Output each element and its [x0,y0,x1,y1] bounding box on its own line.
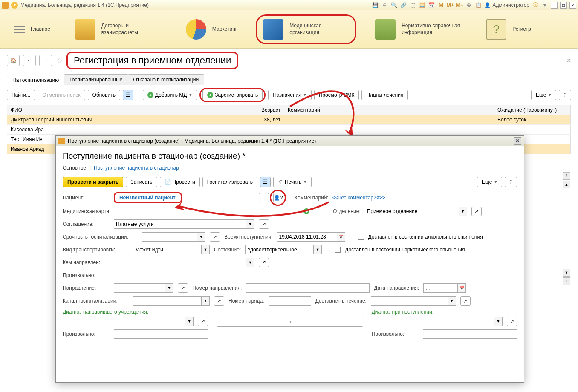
zoom-icon[interactable]: ⊕ [465,2,472,9]
referred-input[interactable] [114,258,246,267]
arrival-time-field[interactable]: 📅 [277,232,345,242]
copy-right-button[interactable]: ›› [217,317,363,327]
diag-ref-select[interactable]: ▼ [63,317,194,326]
agreement-open-button[interactable]: ↗ [259,219,269,229]
urgency-open-button[interactable]: ↗ [210,232,220,242]
scroll-bottom-icon[interactable]: ⤓ [563,277,570,285]
nav-reference[interactable]: Нормативно-справочная информация [369,16,467,43]
direction-select[interactable]: ▼ [114,283,173,293]
scroll-up-icon[interactable]: ▲ [563,181,570,188]
dlg-nav-link[interactable]: Поступление пациента в стационар [94,165,179,171]
vertical-scrollbar[interactable]: ⤒ ▲ ▼ ⤓ [563,172,570,285]
th-comment[interactable]: Комментарий [284,105,494,115]
search-icon[interactable]: 🔍 [390,2,397,9]
diag-adm-select[interactable]: ▼ [372,317,503,326]
state-input[interactable] [245,245,313,254]
register-button[interactable]: +Зарегистрировать [202,90,263,100]
calc-icon[interactable]: 🧮 [419,2,425,9]
agreement-select[interactable]: ▼ [114,219,254,229]
diag-adm-input[interactable] [372,317,494,326]
patient-lookup-button[interactable]: ... [259,193,269,202]
order-no-input[interactable] [269,296,311,306]
dialog-close-button[interactable]: ✕ [514,137,521,145]
dropdown-icon[interactable]: ▾ [541,2,548,9]
arrival-time-input[interactable] [277,232,337,242]
free1-input[interactable] [114,271,267,280]
delivered-open-button[interactable]: ↗ [460,296,471,306]
dlg-nav-main[interactable]: Основное [63,165,86,171]
forward-button[interactable]: → [39,55,52,66]
tab-hospitalized[interactable]: Госпитализированные [64,74,128,85]
table-row[interactable]: Дмитриев Георгий Иннокентьевич 38, лет Б… [7,115,571,125]
chevron-down-icon[interactable]: ▼ [448,296,456,306]
channel-input[interactable] [133,296,201,306]
print-icon[interactable]: 🖨 [381,2,388,9]
patient-link[interactable]: Неизвестный пациент. [119,195,176,201]
close-button[interactable]: ✕ [569,2,576,9]
link-icon[interactable]: 🔗 [400,2,407,9]
help-button[interactable]: ? [559,90,571,100]
department-select[interactable]: ▼ [365,207,467,216]
add-card-button[interactable]: + [301,207,312,216]
page-close-button[interactable]: × [566,56,571,65]
info-icon[interactable]: ⓘ [532,2,539,9]
treatment-plans-button[interactable]: Планы лечения [361,90,408,100]
tab-to-hospitalize[interactable]: На госпитализацию [7,75,64,85]
save-icon[interactable]: 💾 [372,2,379,9]
dlg-more-button[interactable]: Еще ▼ [477,177,502,187]
table-row[interactable]: Киселева Ира [7,125,571,135]
maximize-button[interactable]: ☐ [560,2,567,9]
post-button[interactable]: 📄 Провести [160,177,200,187]
channel-open-button[interactable]: ↗ [214,296,224,306]
chevron-down-icon[interactable]: ▼ [197,232,205,242]
list-button[interactable]: ☰ [260,177,271,187]
transport-select[interactable]: ▼ [133,245,210,254]
scroll-down-icon[interactable]: ▼ [563,269,570,277]
chevron-down-icon[interactable]: ▼ [459,207,467,216]
current-user[interactable]: 👤 Администратор [484,2,529,8]
calendar-icon[interactable]: 📅 [428,2,435,9]
clipboard-icon[interactable]: 📋 [475,2,482,9]
find-button[interactable]: Найти... [7,90,35,100]
hospitalize-button[interactable]: Госпитализировать [202,177,257,187]
home-button[interactable]: 🏠 [7,55,20,66]
delivered-input[interactable] [371,296,448,306]
assignments-button[interactable]: Назначения ▼ [268,90,311,100]
department-input[interactable] [365,207,459,216]
chevron-down-icon[interactable]: ▼ [165,283,173,293]
urgency-input[interactable] [142,232,197,242]
cancel-search-button[interactable]: Отменить поиск [38,90,85,100]
th-wait[interactable]: Ожидание (Часов:минут) [494,105,571,115]
chevron-down-icon[interactable]: ▼ [185,317,194,326]
list-icon-button[interactable]: ☰ [123,90,133,100]
nav-med-org[interactable]: Медицинская организация [256,14,356,44]
agreement-input[interactable] [114,219,246,229]
urgency-select[interactable]: ▼ [142,232,205,242]
post-close-button[interactable]: Провести и закрыть [63,177,123,187]
nav-registry[interactable]: ? Регистр [480,16,537,43]
direction-date-input[interactable] [423,283,457,293]
tab-refused[interactable]: Отказано в госпитализации [128,74,205,85]
favorites-icon[interactable]: ▾ [11,2,18,9]
favorite-star-icon[interactable]: ☆ [55,55,63,66]
nav-main[interactable]: Главное [9,22,56,36]
direction-open-button[interactable]: ↗ [178,283,188,293]
direction-date-field[interactable]: 📅 [423,283,466,293]
chevron-down-icon[interactable]: ▼ [201,245,210,254]
state-select[interactable]: ▼ [245,245,322,254]
more-button[interactable]: Еще ▼ [531,90,556,100]
diag-ref-open-button[interactable]: ↗ [198,317,208,326]
calendar-icon[interactable]: 📅 [457,283,466,293]
referred-open-button[interactable]: ↗ [259,258,269,267]
calendar-icon[interactable]: 📅 [337,232,345,242]
view-emk-button[interactable]: Просмотр ЭМК [314,90,359,100]
th-fio[interactable]: ФИО [7,105,186,115]
refresh-button[interactable]: Обновить [88,90,120,100]
delivered-select[interactable]: ▼ [371,296,456,306]
nav-contracts[interactable]: Договоры и взаиморасчеты [69,16,167,43]
scroll-top-icon[interactable]: ⤒ [563,172,570,180]
save-button[interactable]: Записать [126,177,157,187]
th-age[interactable]: Возраст [186,105,284,115]
diag-adm-open-button[interactable]: ↗ [507,317,517,326]
compare-icon[interactable]: ⬚ [409,2,416,9]
